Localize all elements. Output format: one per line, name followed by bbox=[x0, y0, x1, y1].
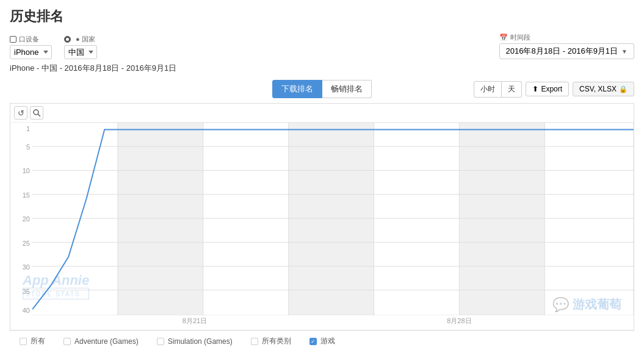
device-checkbox-icon bbox=[10, 36, 16, 43]
x-label-aug21: 8月21日 bbox=[183, 316, 207, 326]
legend-item-simulation[interactable]: Simulation (Games) bbox=[157, 337, 233, 346]
svg-rect-4 bbox=[289, 123, 374, 315]
device-label-text: 口设备 bbox=[19, 35, 39, 44]
date-caret-icon: ▼ bbox=[621, 48, 628, 55]
device-select[interactable]: iPhone iPad bbox=[10, 45, 52, 59]
page-title: 历史排名 bbox=[10, 7, 634, 26]
country-radio-icon bbox=[64, 36, 71, 43]
device-label: 口设备 bbox=[10, 35, 52, 44]
zoom-icon bbox=[33, 109, 41, 117]
chart-wrapper: 1 5 10 15 20 25 30 35 40 8月21日 8月28日 App… bbox=[10, 123, 634, 330]
tab-sales[interactable]: 畅销排名 bbox=[322, 80, 372, 98]
lock-icon: 🔒 bbox=[619, 85, 628, 93]
date-range-value: 2016年8月18日 - 2016年9月1日 bbox=[506, 46, 618, 57]
legend-check-simulation bbox=[157, 338, 164, 345]
y-label-1: 1 bbox=[26, 125, 30, 132]
legend-check-all bbox=[20, 338, 27, 345]
y-label-5: 5 bbox=[26, 143, 30, 151]
y-label-20: 20 bbox=[23, 215, 30, 223]
legend-check-game bbox=[309, 338, 317, 345]
zoom-button[interactable] bbox=[30, 106, 43, 120]
chart-svg bbox=[32, 123, 634, 315]
export-label: Export bbox=[541, 85, 562, 93]
y-label-25: 25 bbox=[23, 240, 30, 247]
chart-area: ↺ bbox=[10, 103, 634, 330]
right-toolbar: 小时 天 ⬆ Export CSV, XLSX 🔒 bbox=[474, 81, 634, 98]
country-label-text: ● 国家 bbox=[76, 35, 95, 44]
time-day-button[interactable]: 天 bbox=[502, 81, 522, 98]
svg-rect-3 bbox=[118, 123, 203, 315]
legend-item-game[interactable]: 游戏 bbox=[309, 336, 335, 346]
csv-label: CSV, XLSX bbox=[579, 85, 617, 93]
legend-item-all[interactable]: 所有 bbox=[20, 336, 45, 346]
legend-label-all-category: 所有类别 bbox=[262, 336, 291, 346]
export-icon: ⬆ bbox=[532, 85, 538, 93]
svg-rect-5 bbox=[459, 123, 545, 315]
y-label-40: 40 bbox=[23, 307, 30, 314]
time-group: 小时 天 bbox=[474, 81, 522, 98]
chart-toolbar: 下载排名 畅销排名 小时 天 ⬆ Export CSV, XLSX 🔒 bbox=[10, 80, 634, 98]
svg-point-0 bbox=[34, 110, 38, 115]
y-label-35: 35 bbox=[23, 288, 30, 295]
calendar-icon: 📅 bbox=[499, 34, 508, 41]
y-label-15: 15 bbox=[23, 191, 30, 199]
csv-button[interactable]: CSV, XLSX 🔒 bbox=[573, 82, 634, 96]
country-label: ● 国家 bbox=[64, 35, 97, 44]
legend-item-all-category[interactable]: 所有类别 bbox=[251, 336, 291, 346]
legend-item-adventure[interactable]: Adventure (Games) bbox=[63, 337, 139, 346]
y-label-10: 10 bbox=[23, 167, 30, 174]
date-label: 📅 时间段 bbox=[499, 33, 634, 42]
date-filter-group: 📅 时间段 2016年8月18日 - 2016年9月1日 ▼ bbox=[499, 33, 634, 59]
x-axis: 8月21日 8月28日 bbox=[32, 316, 634, 329]
page-container: 历史排名 口设备 iPhone iPad ● 国家 中国 美国 bbox=[0, 0, 644, 350]
legend-label-adventure: Adventure (Games) bbox=[74, 337, 139, 346]
country-select[interactable]: 中国 美国 bbox=[64, 45, 97, 59]
date-range-button[interactable]: 2016年8月18日 - 2016年9月1日 ▼ bbox=[499, 43, 634, 59]
legend-label-all: 所有 bbox=[31, 336, 45, 346]
tab-download[interactable]: 下载排名 bbox=[272, 80, 322, 98]
legend-check-all-category bbox=[251, 338, 258, 345]
y-axis: 1 5 10 15 20 25 30 35 40 bbox=[10, 123, 32, 315]
x-label-aug28: 8月28日 bbox=[447, 316, 471, 326]
chart-subtitle: iPhone - 中国 - 2016年8月18日 - 2016年9月1日 bbox=[10, 63, 634, 74]
legend-label-simulation: Simulation (Games) bbox=[168, 337, 233, 346]
legend-check-adventure bbox=[63, 338, 71, 345]
legend-label-game: 游戏 bbox=[320, 336, 335, 346]
country-filter-group: ● 国家 中国 美国 bbox=[64, 35, 97, 59]
legend-row: 所有 Adventure (Games) Simulation (Games) … bbox=[10, 330, 634, 350]
svg-line-1 bbox=[38, 114, 40, 116]
tab-group: 下载排名 畅销排名 bbox=[272, 80, 372, 98]
date-label-text: 时间段 bbox=[510, 33, 530, 42]
export-button[interactable]: ⬆ Export bbox=[526, 82, 569, 96]
y-label-30: 30 bbox=[23, 263, 30, 271]
chart-controls: ↺ bbox=[10, 104, 634, 123]
device-filter-group: 口设备 iPhone iPad bbox=[10, 35, 52, 59]
time-hour-button[interactable]: 小时 bbox=[474, 81, 502, 98]
filter-row: 口设备 iPhone iPad ● 国家 中国 美国 📅 时间段 bbox=[10, 33, 634, 59]
reset-zoom-button[interactable]: ↺ bbox=[14, 106, 27, 120]
